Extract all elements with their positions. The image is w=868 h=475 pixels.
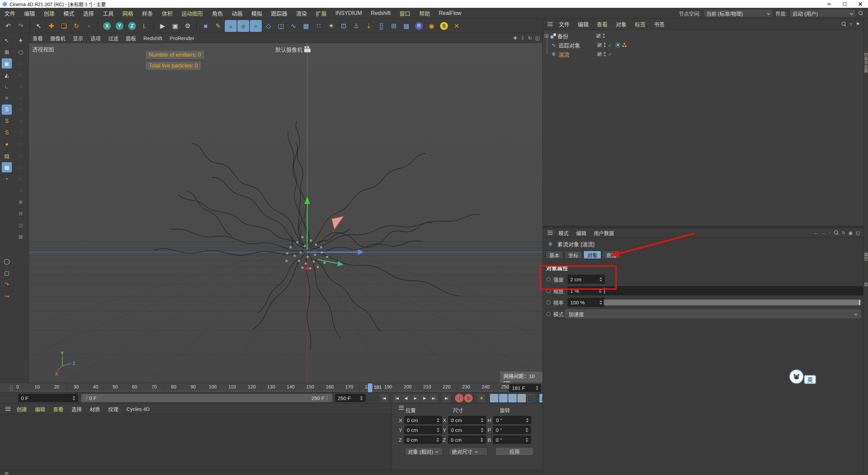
search-icon[interactable] (842, 22, 846, 26)
object-name[interactable]: 湍流 (558, 50, 596, 58)
menu-item[interactable]: INSYDIUM (331, 10, 366, 16)
dock-palette-icon[interactable]: ∷ (16, 151, 25, 160)
scale-tool-icon[interactable]: ❏ (58, 20, 70, 32)
add-object-icon[interactable]: ⊞ (2, 47, 12, 57)
attribute-menu-item[interactable]: 模式 (555, 229, 572, 236)
object-name[interactable]: 备份 (557, 32, 595, 40)
menu-item[interactable]: 网格 (118, 9, 138, 17)
divider[interactable] (153, 21, 154, 31)
panel-divider[interactable] (543, 226, 863, 228)
dock-palette-icon[interactable]: ∷ (16, 82, 25, 91)
material-menu-item[interactable]: 材质 (86, 405, 104, 413)
preview-range-slider[interactable]: 0 F 250 F (81, 394, 332, 402)
record-parameter-toggle[interactable]: P (517, 394, 526, 402)
object-list[interactable]: 备份 (543, 30, 863, 226)
freehand-tool-icon[interactable]: ↝ (2, 291, 12, 301)
snap-icon[interactable]: ▩ (2, 162, 12, 172)
material-menu-item[interactable]: 创建 (13, 405, 31, 413)
anim-knob-icon[interactable] (546, 300, 551, 305)
array-icon[interactable]: ▦ (300, 20, 312, 32)
dock-palette-icon[interactable]: ∷ (16, 186, 25, 195)
anim-knob-icon[interactable] (546, 312, 551, 316)
menu-handle-icon[interactable] (548, 231, 553, 231)
object-manager-menu-item[interactable]: 查看 (593, 20, 612, 28)
coordinate-field[interactable]: 0 cm (404, 416, 442, 424)
model-mode-icon[interactable]: ▣ (2, 58, 12, 69)
coordinate-field[interactable]: 0 cm (404, 426, 442, 434)
scale-field[interactable]: 1 % (568, 286, 863, 295)
dock-palette-icon[interactable]: ∷ (16, 128, 25, 137)
vertical-tab[interactable]: 层 (864, 283, 868, 287)
dock-palette-icon[interactable]: ∷ (16, 59, 25, 68)
r-badge-icon[interactable]: R (413, 20, 425, 32)
texture-ball-icon[interactable]: ● (2, 139, 12, 149)
dock-palette-icon[interactable]: ∷ (16, 71, 25, 79)
material-menu-item[interactable]: 编辑 (31, 405, 49, 413)
lock-z-icon[interactable]: Z (126, 20, 138, 32)
material-menu-item[interactable]: 选择 (67, 405, 86, 413)
qr-icon[interactable]: ▩ (400, 20, 412, 32)
current-frame-field[interactable]: 181 F (509, 384, 541, 392)
record-rotation-toggle[interactable]: ↻ (508, 394, 517, 402)
layer-square-icon[interactable] (597, 52, 602, 56)
spinner-icon[interactable] (524, 428, 528, 432)
spinner-icon[interactable] (479, 428, 484, 432)
xpresso-tag-icon[interactable] (615, 42, 620, 48)
add-cube-icon[interactable]: ■ (200, 20, 212, 32)
coordinate-field[interactable]: 0 ° (493, 426, 531, 434)
select-tool-icon[interactable]: ↖ (2, 35, 12, 45)
attribute-tab[interactable]: 对象 (584, 251, 601, 259)
render-view-icon[interactable]: ▶ (157, 20, 169, 32)
spinner-icon[interactable] (358, 396, 363, 400)
insydium-icon[interactable]: ⊡ (338, 20, 350, 32)
x-particles-icon[interactable]: ✕ (451, 20, 462, 32)
visibility-dots-icon[interactable] (604, 43, 606, 47)
workplane-icon[interactable]: ∟ (2, 81, 12, 92)
minimize-button[interactable] (821, 0, 837, 8)
material-menu-item[interactable]: 查看 (49, 405, 67, 413)
ring-icon[interactable]: ◯ (16, 48, 25, 56)
search-icon[interactable] (859, 11, 863, 16)
menu-item[interactable]: 模拟 (247, 9, 267, 17)
menu-item[interactable]: 窗口 (395, 9, 415, 17)
dock-grid-icon[interactable]: ⊞ (16, 197, 25, 206)
axis-lock-icon[interactable]: ✚ (16, 36, 25, 45)
range-start-field[interactable]: 0 F (18, 394, 78, 402)
menu-item[interactable]: 帮助 (415, 9, 434, 17)
object-row[interactable]: 备份 (543, 31, 863, 40)
frequency-slider[interactable] (604, 300, 861, 305)
lock-icon[interactable]: ▣ (848, 230, 852, 235)
record-scale-toggle[interactable]: ❏ (499, 394, 508, 402)
spinner-icon[interactable] (597, 289, 601, 293)
dots-grid-icon[interactable]: ⣿ (375, 20, 387, 32)
menu-item[interactable]: 运动图形 (177, 9, 208, 17)
refresh-icon[interactable]: ↻ (842, 230, 846, 235)
range-grip-icon[interactable] (86, 396, 87, 400)
anim-knob-icon[interactable] (546, 289, 551, 293)
menu-item[interactable]: RealFlow (434, 10, 466, 16)
split-view-icon[interactable]: ◫ (275, 20, 287, 32)
add-spline-icon[interactable]: ✎ (212, 20, 224, 32)
menu-item[interactable]: 扩展 (311, 9, 331, 17)
vertical-tab[interactable]: 属性 (864, 253, 868, 261)
redo-icon[interactable]: ↷ (15, 20, 27, 32)
menu-item[interactable]: 选择 (79, 9, 98, 17)
attribute-tab[interactable]: 衰减 (603, 251, 620, 259)
object-row[interactable]: 湍流 ✓ (543, 50, 863, 59)
spinner-icon[interactable] (479, 418, 484, 422)
attribute-tab[interactable]: 坐标 (565, 251, 582, 259)
prev-frame-button[interactable]: ◀| (402, 394, 410, 402)
add-effector-icon[interactable]: ● (250, 20, 262, 32)
divider[interactable] (29, 21, 30, 31)
table-icon[interactable]: ⊞ (388, 20, 400, 32)
viewport-menu-item[interactable]: 查看 (29, 35, 46, 42)
layer-square-icon[interactable] (597, 43, 602, 47)
parent-icon[interactable]: ↑ (829, 230, 831, 235)
visibility-dots-icon[interactable] (603, 34, 605, 38)
spinner-icon[interactable] (435, 428, 439, 432)
coordinate-field[interactable]: 0 cm (448, 416, 486, 424)
strength-field[interactable]: 2 cm (568, 275, 605, 284)
record-pla-toggle[interactable] (527, 394, 535, 402)
add-field-icon[interactable]: ∿ (288, 20, 299, 32)
attribute-menu-item[interactable]: 用户数据 (590, 229, 618, 236)
